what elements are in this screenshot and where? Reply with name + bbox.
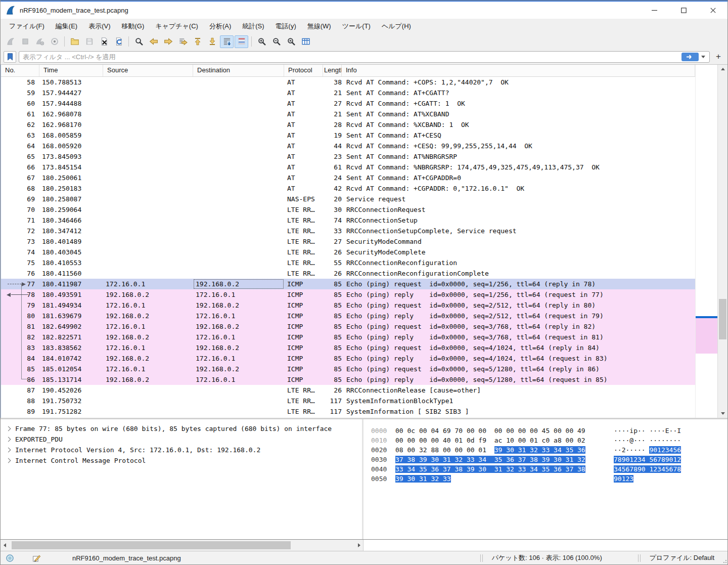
go-forward-button[interactable]	[161, 35, 175, 48]
colorize-button[interactable]	[235, 35, 248, 48]
detail-row-3[interactable]: Internet Control Message Protocol	[5, 455, 362, 466]
packet-list-scrollbar[interactable]	[717, 65, 727, 418]
packet-row-85[interactable]: 85185.012054172.16.0.1192.168.0.2ICMP85E…	[1, 364, 695, 374]
zoom-in-button[interactable]	[255, 35, 268, 48]
packet-row-88[interactable]: 88191.750732LTE RR…117SystemInformationB…	[1, 396, 695, 406]
hex-line-0010[interactable]: 001000 00 00 00 40 01 0d f9 ac 10 00 01 …	[371, 436, 727, 445]
packet-row-68[interactable]: 68180.250183AT42Rcvd AT Command: +CGPADD…	[1, 183, 695, 194]
scroll-up-button[interactable]	[718, 65, 727, 73]
packet-row-60[interactable]: 60157.944488AT27Rcvd AT Command: +CGATT:…	[1, 98, 695, 109]
menu-item-capture[interactable]: キャプチャ(C)	[150, 20, 204, 33]
menu-item-edit[interactable]: 編集(E)	[50, 20, 83, 33]
expand-chevron-icon[interactable]	[6, 437, 11, 442]
capture-comment-icon[interactable]	[32, 554, 41, 562]
profile-text[interactable]: プロファイル: Default	[642, 553, 721, 562]
detail-row-0[interactable]: Frame 77: 85 bytes on wire (680 bits), 8…	[5, 423, 362, 434]
packet-row-87[interactable]: 87190.452026LTE RR…26RRCConnectionReleas…	[1, 385, 695, 396]
packet-row-71[interactable]: 71180.346466LTE RR…74RRCConnectionSetup	[1, 215, 695, 226]
h-scrollbar-thumb[interactable]	[12, 541, 291, 549]
packet-row-73[interactable]: 73180.401489LTE RR…27SecurityModeCommand	[1, 236, 695, 247]
packet-row-82[interactable]: 82182.822571192.168.0.2172.16.0.1ICMP85E…	[1, 332, 695, 342]
minimize-button[interactable]	[640, 2, 669, 19]
packet-row-70[interactable]: 70180.259064LTE RR…30RRCConnectionReques…	[1, 204, 695, 215]
close-file-button[interactable]	[97, 35, 111, 48]
go-last-button[interactable]	[205, 35, 219, 48]
resize-grip[interactable]	[721, 551, 727, 564]
menu-item-telephony[interactable]: 電話(y)	[270, 20, 302, 33]
menu-item-file[interactable]: ファイル(F)	[4, 20, 50, 33]
add-filter-button[interactable]: +	[712, 51, 724, 63]
menu-item-help[interactable]: ヘルプ(H)	[376, 20, 417, 33]
packet-row-77[interactable]: 77180.411987172.16.0.1192.168.0.2ICMP85E…	[1, 279, 695, 289]
expand-chevron-icon[interactable]	[6, 458, 11, 463]
go-to-packet-button[interactable]	[176, 35, 190, 48]
packet-row-63[interactable]: 63168.005859AT19Sent AT Command: AT+CESQ	[1, 130, 695, 141]
reload-file-button[interactable]	[112, 35, 125, 48]
maximize-button[interactable]	[669, 2, 698, 19]
packet-row-61[interactable]: 61162.968078AT21Sent AT Command: AT%XCBA…	[1, 109, 695, 119]
packet-row-80[interactable]: 80181.639679192.168.0.2172.16.0.1ICMP85E…	[1, 311, 695, 321]
hex-line-0000[interactable]: 000000 0c 00 04 69 70 00 00 00 00 00 00 …	[371, 426, 727, 436]
expand-chevron-icon[interactable]	[6, 448, 11, 453]
menu-item-wireless[interactable]: 無線(W)	[302, 20, 337, 33]
column-header-destination[interactable]: Destination	[193, 65, 284, 76]
filter-bookmark-button[interactable]	[4, 51, 16, 63]
menu-item-analyze[interactable]: 分析(A)	[204, 20, 237, 33]
menu-item-go[interactable]: 移動(G)	[116, 20, 150, 33]
column-header-info[interactable]: Info	[342, 65, 695, 76]
zoom-out-button[interactable]	[269, 35, 283, 48]
packet-row-81[interactable]: 81182.649902172.16.0.1192.168.0.2ICMP85E…	[1, 321, 695, 332]
packet-row-78[interactable]: 78180.493591192.168.0.2172.16.0.1ICMP85E…	[1, 289, 695, 300]
detail-row-2[interactable]: Internet Protocol Version 4, Src: 172.16…	[5, 445, 362, 455]
packet-row-89[interactable]: 89191.751282LTE RR…117SystemInformation …	[1, 406, 695, 417]
column-header-time[interactable]: Time	[39, 65, 103, 76]
packet-row-59[interactable]: 59157.944427AT21Sent AT Command: AT+CGAT…	[1, 88, 695, 98]
find-packet-button[interactable]	[132, 35, 146, 48]
column-header-protocol[interactable]: Protocol	[284, 65, 323, 76]
packet-row-58[interactable]: 58150.788513AT38Rcvd AT Command: +COPS: …	[1, 77, 695, 88]
filter-expression-dropdown[interactable]	[699, 53, 708, 61]
hex-line-0040[interactable]: 004033 34 35 36 37 38 39 30 31 32 33 34 …	[371, 464, 727, 474]
packet-row-65[interactable]: 65173.845093AT23Sent AT Command: AT%NBRG…	[1, 151, 695, 162]
column-header-length[interactable]: Length	[323, 65, 342, 76]
menu-item-tools[interactable]: ツール(T)	[337, 20, 376, 33]
hex-line-0030[interactable]: 003037 38 39 30 31 32 33 34 35 36 37 38 …	[371, 455, 727, 464]
packet-row-75[interactable]: 75180.410553LTE RR…55RRCConnectionReconf…	[1, 257, 695, 268]
packet-row-72[interactable]: 72180.347412LTE RR…33RRCConnectionSetupC…	[1, 226, 695, 236]
auto-scroll-button[interactable]	[220, 35, 234, 48]
resize-columns-button[interactable]	[299, 35, 312, 48]
packet-no: 67	[1, 172, 39, 183]
packet-row-74[interactable]: 74180.403045LTE RR…26SecurityModeComplet…	[1, 247, 695, 257]
zoom-reset-button[interactable]	[284, 35, 298, 48]
detail-row-1[interactable]: EXPORTED_PDU	[5, 434, 362, 445]
packet-row-86[interactable]: 86185.131714192.168.0.2172.16.0.1ICMP85E…	[1, 374, 695, 385]
packet-row-84[interactable]: 84184.010742192.168.0.2172.16.0.1ICMP85E…	[1, 353, 695, 364]
packet-row-69[interactable]: 69180.258087NAS-EPS20Service request	[1, 194, 695, 204]
scroll-left-button[interactable]	[1, 540, 9, 551]
scroll-right-button[interactable]	[355, 540, 363, 551]
packet-row-64[interactable]: 64168.005920AT44Rcvd AT Command: +CESQ: …	[1, 141, 695, 151]
scroll-down-button[interactable]	[718, 409, 727, 418]
column-header-source[interactable]: Source	[103, 65, 193, 76]
packet-row-62[interactable]: 62162.968170AT28Rcvd AT Command: %XCBAND…	[1, 119, 695, 130]
menu-item-statistics[interactable]: 統計(S)	[237, 20, 269, 33]
packet-row-66[interactable]: 66173.845154AT61Rcvd AT Command: %NBRGRS…	[1, 162, 695, 172]
detail-horizontal-scrollbar[interactable]	[1, 540, 363, 551]
packet-row-67[interactable]: 67180.250061AT24Sent AT Command: AT+CGPA…	[1, 172, 695, 183]
packet-row-76[interactable]: 76180.411560LTE RR…26RRCConnectionReconf…	[1, 268, 695, 279]
display-filter-input[interactable]	[19, 52, 681, 62]
open-file-button[interactable]	[68, 35, 81, 48]
expert-info-icon[interactable]	[6, 554, 14, 562]
go-first-button[interactable]	[191, 35, 204, 48]
go-back-button[interactable]	[147, 35, 160, 48]
scrollbar-thumb[interactable]	[719, 299, 726, 339]
column-header-no[interactable]: No.	[1, 65, 39, 76]
apply-filter-button[interactable]	[681, 53, 699, 61]
hex-line-0050[interactable]: 005039 30 31 32 3390123	[371, 474, 727, 484]
menu-item-view[interactable]: 表示(V)	[83, 20, 116, 33]
expand-chevron-icon[interactable]	[6, 426, 11, 431]
hex-line-0020[interactable]: 002008 00 32 88 00 00 00 01 39 30 31 32 …	[371, 445, 727, 455]
packet-row-79[interactable]: 79181.494934172.16.0.1192.168.0.2ICMP85E…	[1, 300, 695, 311]
packet-row-83[interactable]: 83183.838562172.16.0.1192.168.0.2ICMP85E…	[1, 342, 695, 353]
close-button[interactable]	[698, 2, 727, 19]
